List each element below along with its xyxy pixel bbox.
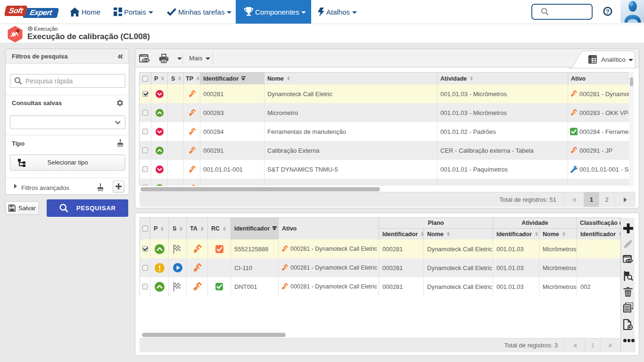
svg-text:?: ? bbox=[606, 8, 609, 15]
